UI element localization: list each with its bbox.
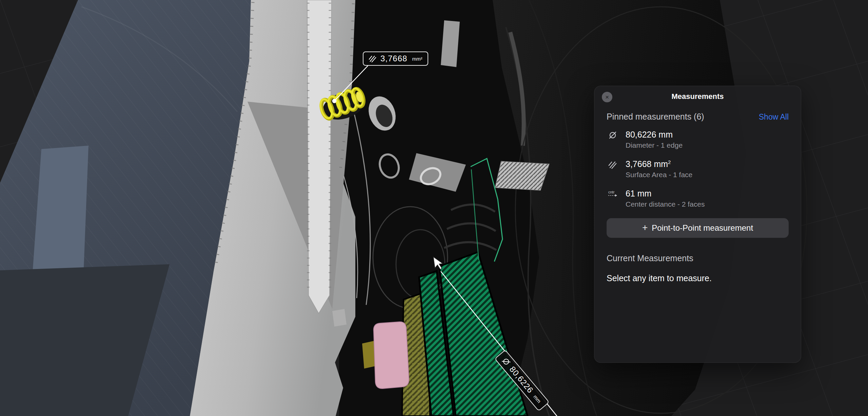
pink-part[interactable] bbox=[374, 322, 409, 389]
panel-title: Measurements bbox=[671, 92, 724, 101]
surface-area-icon bbox=[369, 55, 376, 62]
center-distance-icon: cntr bbox=[607, 189, 619, 208]
point-to-point-label: Point-to-Point measurement bbox=[652, 223, 753, 233]
show-all-link[interactable]: Show All bbox=[759, 112, 789, 122]
hatched-cross-section[interactable] bbox=[495, 161, 549, 190]
svg-text:cntr: cntr bbox=[608, 190, 615, 194]
area-label-value: 3,7668 bbox=[380, 54, 407, 63]
measurement-detail: Surface Area - 1 face bbox=[626, 171, 692, 179]
measurement-detail: Diameter - 1 edge bbox=[626, 141, 683, 149]
surface-area-icon bbox=[607, 159, 619, 179]
pinned-measurements-header: Pinned measurements (6) bbox=[607, 112, 704, 122]
measurement-anchor-dot bbox=[332, 99, 337, 103]
diameter-label-unit: mm bbox=[532, 394, 542, 404]
cad-app-window: 3,7668 mm² 80,6226 mm × Measurements Pin… bbox=[0, 0, 868, 416]
current-measurements-header: Current Measurements bbox=[594, 238, 801, 263]
measurements-panel: × Measurements Pinned measurements (6) S… bbox=[594, 86, 801, 363]
plus-icon: + bbox=[642, 223, 648, 232]
close-icon: × bbox=[605, 92, 609, 102]
point-to-point-button[interactable]: + Point-to-Point measurement bbox=[607, 218, 789, 238]
diameter-icon bbox=[607, 130, 619, 149]
pinned-measurements-list: 80,6226 mm Diameter - 1 edge 3,7668 mm2 … bbox=[594, 124, 801, 208]
measure-hint: Select any item to measure. bbox=[594, 263, 801, 283]
measurement-value: 3,7668 mm2 bbox=[626, 159, 692, 169]
measurement-row-surface-area[interactable]: 3,7668 mm2 Surface Area - 1 face bbox=[607, 159, 789, 179]
surface-area-scene-label[interactable]: 3,7668 mm² bbox=[363, 51, 428, 66]
close-button[interactable]: × bbox=[602, 92, 612, 102]
measurement-detail: Center distance - 2 faces bbox=[626, 200, 705, 208]
measurement-row-diameter[interactable]: 80,6226 mm Diameter - 1 edge bbox=[607, 130, 789, 149]
diameter-icon bbox=[501, 356, 511, 367]
measurement-value: 80,6226 mm bbox=[626, 130, 683, 140]
measurement-row-center-distance[interactable]: cntr 61 mm Center distance - 2 faces bbox=[607, 189, 789, 208]
panel-header: × Measurements bbox=[594, 86, 801, 107]
measurement-value: 61 mm bbox=[626, 189, 705, 199]
area-label-unit: mm² bbox=[412, 56, 422, 62]
